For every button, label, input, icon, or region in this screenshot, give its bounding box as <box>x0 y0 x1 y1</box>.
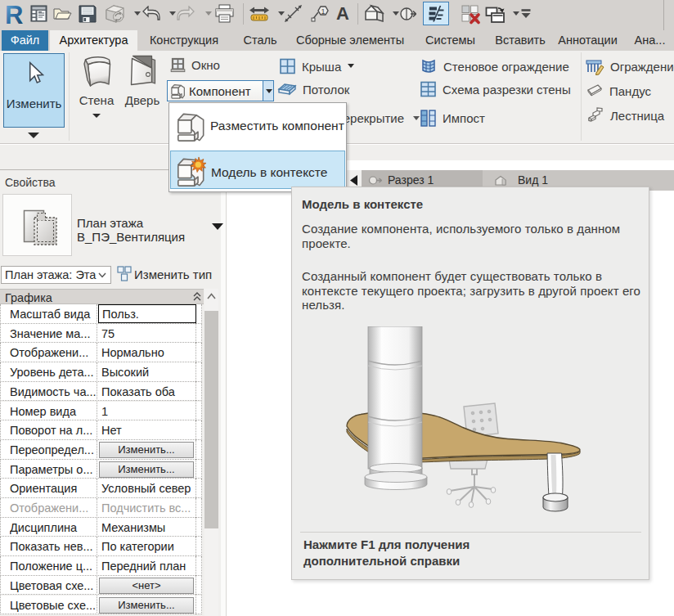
svg-text:R: R <box>6 2 23 26</box>
svg-text:1: 1 <box>321 7 326 16</box>
